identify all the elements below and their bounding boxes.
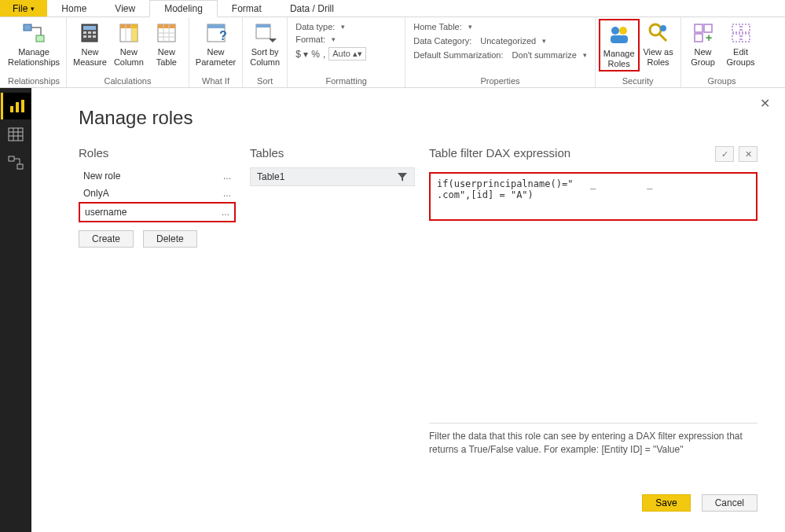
close-icon[interactable]: ✕ xyxy=(760,96,770,111)
view-model-icon[interactable] xyxy=(1,149,31,176)
group-name-calculations: Calculations xyxy=(70,76,185,87)
create-role-button[interactable]: Create xyxy=(79,230,134,248)
svg-rect-39 xyxy=(742,34,750,42)
ribbon: ManageRelationships Relationships NewMea… xyxy=(0,17,785,88)
dax-verify-button[interactable]: ✓ xyxy=(715,146,734,162)
role-menu-icon[interactable]: ... xyxy=(222,207,229,218)
new-column-button[interactable]: NewColumn xyxy=(110,19,148,68)
filter-icon[interactable] xyxy=(397,171,408,182)
svg-rect-48 xyxy=(9,156,14,161)
group-name-groups: Groups xyxy=(684,76,760,87)
svg-rect-49 xyxy=(17,164,23,169)
svg-line-30 xyxy=(659,34,666,41)
cancel-button[interactable]: Cancel xyxy=(702,494,757,512)
manage-relationships-label: ManageRelationships xyxy=(8,47,60,67)
dax-hint-text: Filter the data that this role can see b… xyxy=(429,430,757,457)
group-name-whatif: What If xyxy=(193,76,239,87)
svg-rect-5 xyxy=(88,31,91,34)
new-group-button[interactable]: + NewGroup xyxy=(684,19,722,68)
chevron-down-icon: ▾ xyxy=(31,5,35,13)
svg-text:?: ? xyxy=(219,29,227,42)
svg-rect-36 xyxy=(732,24,740,32)
edit-groups-icon xyxy=(728,20,754,46)
svg-rect-4 xyxy=(83,31,86,34)
svg-rect-8 xyxy=(88,35,91,38)
svg-rect-12 xyxy=(131,24,138,42)
tab-view[interactable]: View xyxy=(101,0,149,17)
table-item[interactable]: Table1 xyxy=(250,167,415,186)
save-button[interactable]: Save xyxy=(642,494,690,512)
ribbon-group-whatif: ? NewParameter What If xyxy=(189,17,243,87)
edit-groups-label: EditGroups xyxy=(727,47,755,67)
new-measure-button[interactable]: NewMeasure xyxy=(70,19,110,68)
new-group-icon: + xyxy=(691,20,716,46)
svg-rect-40 xyxy=(10,106,13,112)
ribbon-group-relationships: ManageRelationships Relationships xyxy=(2,17,67,87)
tab-file[interactable]: File ▾ xyxy=(0,0,47,17)
menu-tabs: File ▾ HomeViewModelingFormatData / Dril… xyxy=(0,0,785,17)
tab-home[interactable]: Home xyxy=(47,0,101,17)
data-category-dropdown[interactable]: Data Category: Uncategorized xyxy=(413,36,587,46)
group-name-formatting: Formatting xyxy=(291,76,402,87)
default-summarization-dropdown[interactable]: Default Summarization: Don't summarize xyxy=(413,50,587,60)
new-column-label: NewColumn xyxy=(114,47,144,67)
roles-header: Roles xyxy=(79,146,236,160)
view-roles-icon xyxy=(646,20,671,46)
parameter-icon: ? xyxy=(204,20,229,46)
svg-rect-3 xyxy=(83,26,96,30)
view-switcher xyxy=(0,88,31,532)
role-menu-icon[interactable]: ... xyxy=(223,188,231,199)
role-item[interactable]: OnlyA... xyxy=(79,185,236,202)
dax-header: Table filter DAX expression xyxy=(429,146,570,160)
tables-column: Tables Table1 xyxy=(250,146,415,186)
decimal-places[interactable]: Auto ▴▾ xyxy=(328,47,366,61)
comma-button[interactable]: , xyxy=(323,49,325,60)
roles-icon xyxy=(607,22,632,47)
group-name-properties: Properties xyxy=(409,76,592,87)
role-item[interactable]: username... xyxy=(79,202,236,222)
table-icon xyxy=(154,20,179,46)
role-name: New role xyxy=(83,171,120,182)
svg-rect-38 xyxy=(732,34,740,42)
sort-by-column-label: Sort byColumn xyxy=(250,47,280,67)
column-icon xyxy=(116,20,141,46)
view-report-icon[interactable] xyxy=(1,93,31,119)
sort-by-column-button[interactable]: Sort byColumn xyxy=(246,19,284,68)
svg-rect-22 xyxy=(207,24,225,28)
new-table-label: NewTable xyxy=(156,47,177,67)
ribbon-group-formatting: Data type: Format: $ ▾ % , Auto ▴▾ Forma… xyxy=(288,17,405,87)
dax-column: Table filter DAX expression ✓ ✕ if(userp… xyxy=(429,146,757,457)
dax-revert-button[interactable]: ✕ xyxy=(739,146,757,162)
delete-role-button[interactable]: Delete xyxy=(143,230,197,248)
percent-button[interactable]: % xyxy=(311,49,320,60)
tab-modeling[interactable]: Modeling xyxy=(149,0,218,17)
ribbon-group-groups: + NewGroup EditGroups Groups xyxy=(681,17,763,87)
tab-data-drill[interactable]: Data / Drill xyxy=(276,0,348,17)
ribbon-group-security: ManageRoles View asRoles Security xyxy=(596,17,681,87)
home-table-dropdown[interactable]: Home Table: xyxy=(413,22,587,31)
new-measure-label: NewMeasure xyxy=(73,47,107,67)
role-menu-icon[interactable]: ... xyxy=(223,171,231,182)
datatype-dropdown[interactable]: Data type: xyxy=(295,22,345,31)
tab-format[interactable]: Format xyxy=(218,0,276,17)
new-table-button[interactable]: NewTable xyxy=(148,19,185,68)
dialog-title: Manage roles xyxy=(79,107,757,129)
new-parameter-button[interactable]: ? NewParameter xyxy=(193,19,239,68)
svg-rect-16 xyxy=(158,24,175,28)
svg-rect-41 xyxy=(16,102,19,112)
table-name: Table1 xyxy=(257,171,284,182)
edit-groups-button[interactable]: EditGroups xyxy=(722,19,760,68)
format-dropdown[interactable]: Format: xyxy=(295,35,345,44)
manage-roles-label: ManageRoles xyxy=(603,49,635,68)
svg-point-26 xyxy=(611,27,619,35)
manage-roles-button[interactable]: ManageRoles xyxy=(599,19,640,72)
svg-rect-43 xyxy=(9,128,23,141)
view-data-icon[interactable] xyxy=(1,121,31,148)
dax-expression-input[interactable]: if(userprincipalname()=" _ _ .com",[id] … xyxy=(429,172,757,221)
view-as-roles-button[interactable]: View asRoles xyxy=(640,19,677,68)
currency-button[interactable]: $ ▾ xyxy=(295,49,308,60)
svg-rect-28 xyxy=(611,35,628,43)
svg-point-31 xyxy=(660,25,666,31)
manage-relationships-button[interactable]: ManageRelationships xyxy=(5,19,63,68)
role-item[interactable]: New role... xyxy=(79,167,236,185)
